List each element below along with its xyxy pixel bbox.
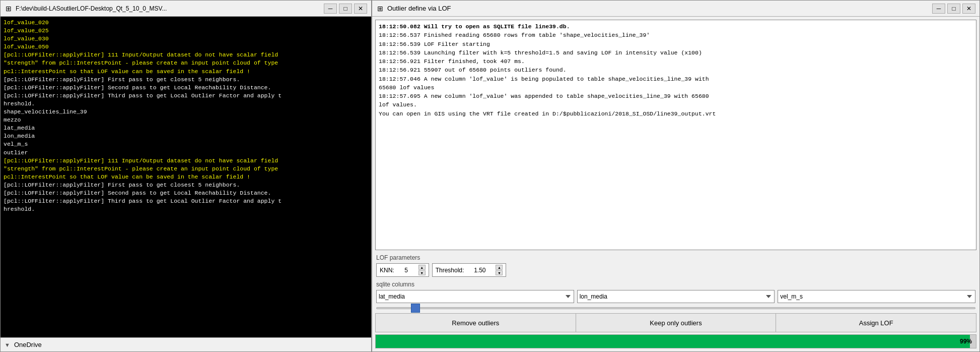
col1-dropdown-wrapper: lat_medialon_mediavel_m_soutliermezzolof… [376,290,574,303]
dialog-minimize-button[interactable]: ─ [932,4,945,14]
terminal-line: mezzo [4,116,368,124]
threshold-input[interactable] [466,267,494,274]
threshold-spin: ▲ ▼ [496,265,503,275]
terminal-line: [pcl::LOFFilter::applyFilter] Third pass… [4,197,368,205]
col2-dropdown-wrapper: lat_medialon_mediavel_m_soutliermezzolof… [577,290,775,303]
knn-label: KNN: [380,267,394,274]
progress-label: 99% [960,338,972,345]
terminal-line: [pcl::LOFFilter::applyFilter] First pass… [4,76,368,84]
terminal-line: outlier [4,149,368,157]
remove-outliers-button[interactable]: Remove outliers [375,313,576,332]
log-line: 18:12:57.695 A new column 'lof_value' wa… [379,92,973,100]
assign-lof-button[interactable]: Assign LOF [776,313,976,332]
col3-select[interactable]: lat_medialon_mediavel_m_soutliermezzolof… [778,290,975,303]
threshold-increment-button[interactable]: ▲ [496,265,503,270]
terminal-line: [pcl::LOFFilter::applyFilter] Third pass… [4,92,368,100]
terminal-line: pcl::InterestPoint so that LOF value can… [4,68,368,76]
keep-only-outliers-button[interactable]: Keep only outliers [576,313,777,332]
progress-bar-fill [376,335,970,348]
terminal-line: shape_velocities_line_39 [4,108,368,116]
terminal-footer: ▼ OneDrive [1,337,371,351]
threshold-decrement-button[interactable]: ▼ [496,270,503,275]
terminal-line: "strength" from pcl::InterestPoint - ple… [4,165,368,173]
lof-params-label: LOF parameters [376,254,975,261]
log-line: 18:12:56.539 LOF Filter starting [379,40,973,48]
sqlite-columns-section: sqlite columns lat_medialon_mediavel_m_s… [372,279,979,305]
terminal-controls: ─ □ ✕ [324,4,367,14]
slider-track[interactable] [376,307,975,309]
terminal-title: F:\dev\build-LASoutlierLOF-Desktop_Qt_5_… [16,5,321,12]
chevron-down-icon: ▼ [5,342,10,348]
dialog-titlebar: ⊞ Outlier define via LOF ─ □ ✕ [372,1,979,17]
log-line: 18:12:56.537 Finished reading 65680 rows… [379,31,973,39]
log-line: lof values. [379,100,973,109]
sqlite-columns-label: sqlite columns [376,281,975,288]
terminal-line: pcl::InterestPoint so that LOF value can… [4,173,368,181]
terminal-line: "strength" from pcl::InterestPoint - ple… [4,59,368,67]
log-line: 65680 lof values [379,83,973,92]
terminal-footer-text: OneDrive [14,341,42,348]
terminal-output: lof_value_020lof_value_025lof_value_030l… [1,17,371,337]
terminal-line: hreshold. [4,205,368,213]
log-line: 18:12:56.539 Launching filter with k=5 t… [379,48,973,57]
knn-decrement-button[interactable]: ▼ [418,270,426,275]
terminal-titlebar: ⊞ F:\dev\build-LASoutlierLOF-Desktop_Qt_… [1,1,371,17]
threshold-label: Threshold: [436,267,464,274]
terminal-minimize-button[interactable]: ─ [324,4,337,14]
dialog-maximize-button[interactable]: □ [947,4,960,14]
slider-section [372,305,979,311]
knn-spin: ▲ ▼ [418,265,426,275]
log-line: 18:12:50.082 Will try to open as SQLITE … [379,22,973,31]
terminal-line: [pcl::LOFFilter::applyFilter] 111 Input/… [4,157,368,165]
dialog-window: ⊞ Outlier define via LOF ─ □ ✕ 18:12:50.… [372,0,980,352]
terminal-line: lof_value_025 [4,27,368,35]
terminal-close-button[interactable]: ✕ [354,4,367,14]
knn-param-group: KNN: ▲ ▼ [376,263,429,277]
terminal-line: lof_value_020 [4,19,368,27]
terminal-line: lat_media [4,124,368,132]
log-line: 18:12:57.046 A new column 'lof_value' is… [379,75,973,83]
terminal-line: lon_media [4,132,368,140]
dropdowns-row: lat_medialon_mediavel_m_soutliermezzolof… [376,290,975,303]
terminal-line: vel_m_s [4,140,368,148]
terminal-line: [pcl::LOFFilter::applyFilter] First pass… [4,181,368,189]
dialog-title: Outlier define via LOF [387,5,929,12]
terminal-line: hreshold. [4,100,368,108]
log-output: 18:12:50.082 Will try to open as SQLITE … [375,20,976,250]
terminal-line: [pcl::LOFFilter::applyFilter] 111 Input/… [4,51,368,59]
log-line: You can open in GIS using the VRT file c… [379,109,973,118]
progress-bar-container: 99% [375,334,976,348]
terminal-line: [pcl::LOFFilter::applyFilter] Second pas… [4,84,368,92]
terminal-line: lof_value_050 [4,43,368,51]
terminal-line: lof_value_030 [4,35,368,43]
lof-params-section: LOF parameters KNN: ▲ ▼ Threshold: ▲ ▼ [372,252,979,279]
terminal-line: [pcl::LOFFilter::applyFilter] Second pas… [4,189,368,197]
dialog-content: 18:12:50.082 Will try to open as SQLITE … [372,17,979,351]
col2-select[interactable]: lat_medialon_mediavel_m_soutliermezzolof… [577,290,775,303]
terminal-maximize-button[interactable]: □ [339,4,352,14]
params-row: KNN: ▲ ▼ Threshold: ▲ ▼ [376,263,975,277]
threshold-param-group: Threshold: ▲ ▼ [432,263,507,277]
col3-dropdown-wrapper: lat_medialon_mediavel_m_soutliermezzolof… [778,290,975,303]
slider-thumb[interactable] [411,304,420,313]
col1-select[interactable]: lat_medialon_mediavel_m_soutliermezzolof… [376,290,574,303]
action-buttons-row: Remove outliers Keep only outliers Assig… [372,311,979,334]
dialog-app-icon: ⊞ [376,5,384,13]
dialog-close-button[interactable]: ✕ [962,4,975,14]
dialog-controls: ─ □ ✕ [932,4,975,14]
log-line: 18:12:56.921 55907 out of 65680 points o… [379,66,973,74]
terminal-window: ⊞ F:\dev\build-LASoutlierLOF-Desktop_Qt_… [0,0,372,352]
knn-input[interactable] [396,267,416,274]
terminal-app-icon: ⊞ [5,5,13,13]
knn-increment-button[interactable]: ▲ [418,265,426,270]
log-line: 18:12:56.921 Filter finished, took 407 m… [379,57,973,66]
